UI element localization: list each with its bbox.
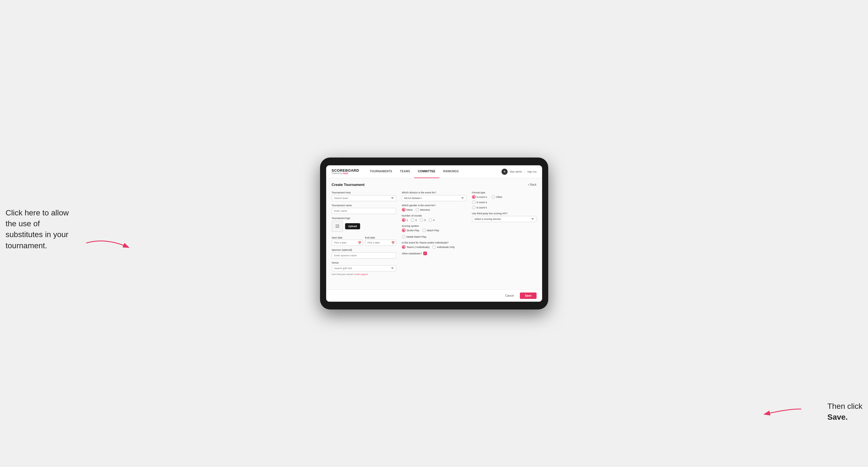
- event-type-label: Is this event for Teams and/or Individua…: [402, 241, 466, 244]
- format-6count5-label: 6 count 5: [477, 206, 487, 209]
- format-6count4[interactable]: 6 count 4: [472, 200, 536, 204]
- scoring-medal-radio[interactable]: [402, 235, 405, 239]
- format-other[interactable]: Other: [492, 195, 503, 199]
- end-date-group: End date 📅: [365, 235, 396, 246]
- calendar-icon: 📅: [358, 241, 361, 244]
- nav-links: TOURNAMENTS TEAMS COMMITTEE RANKINGS: [366, 165, 501, 178]
- logo-scoreboard-text: SCOREBOARD: [332, 169, 359, 172]
- nav-teams[interactable]: TEAMS: [396, 165, 414, 178]
- division-select[interactable]: NCAA Division I: [402, 195, 466, 201]
- nav-tournaments[interactable]: TOURNAMENTS: [366, 165, 396, 178]
- rounds-4-radio[interactable]: [429, 218, 432, 222]
- event-individuals-label: Individuals Only: [437, 246, 455, 249]
- nav-committee[interactable]: COMMITTEE: [414, 165, 439, 178]
- annotation-left: Click here to allow the use of substitut…: [6, 207, 78, 251]
- format-group: Format type 5 count 4 Other: [472, 191, 536, 209]
- user-name: blair admin: [510, 170, 522, 173]
- scoring-stroke-radio[interactable]: [402, 228, 405, 232]
- logo-placeholder-icon: 🖼: [332, 221, 343, 232]
- tournament-name-group: Tournament name: [332, 204, 396, 214]
- gender-radio-group: Mens Womens: [402, 208, 466, 212]
- calendar-icon-end: 📅: [391, 241, 395, 244]
- sponsor-label: Sponsor (optional): [332, 249, 396, 251]
- scoring-medal[interactable]: Medal Match Play: [402, 235, 427, 239]
- gender-womens[interactable]: Womens: [415, 208, 430, 212]
- substitutes-checkbox[interactable]: ✓: [423, 252, 427, 255]
- rounds-1[interactable]: 1: [402, 218, 408, 222]
- rounds-group: Number of rounds 1 2: [402, 214, 466, 222]
- event-teams-label: Teams (+Individuals): [407, 246, 430, 249]
- scoring-stroke[interactable]: Stroke Play: [402, 228, 420, 232]
- scoring-match-radio[interactable]: [422, 228, 426, 232]
- scoring-group: Scoring system Stroke Play Match Play: [402, 225, 466, 239]
- format-5count4[interactable]: 5 count 4: [472, 195, 487, 199]
- upload-button[interactable]: Upload: [345, 223, 361, 229]
- start-date-group: Start date 📅: [332, 235, 363, 246]
- format-6count4-radio[interactable]: [472, 200, 475, 204]
- rounds-3[interactable]: 3: [420, 218, 426, 222]
- gender-womens-radio[interactable]: [415, 208, 419, 212]
- arrow-left-icon: [84, 235, 133, 251]
- start-date-label: Start date: [332, 236, 343, 239]
- tournament-host-input[interactable]: [332, 195, 396, 201]
- rounds-3-label: 3: [425, 219, 426, 221]
- format-options: 5 count 4 Other 6 count 4: [472, 195, 536, 209]
- gender-mens[interactable]: Mens: [402, 208, 413, 212]
- api-select[interactable]: Select a scoring service: [472, 216, 536, 222]
- nav-user-area: B blair admin | Sign out: [501, 169, 536, 175]
- rounds-3-radio[interactable]: [420, 218, 423, 222]
- rounds-radio-group: 1 2 3 4: [402, 218, 466, 222]
- format-5count4-radio[interactable]: [472, 195, 475, 199]
- tablet-screen: SCOREBOARD Powered by clippd TOURNAMENTS…: [326, 165, 542, 302]
- scoring-label: Scoring system: [402, 225, 466, 227]
- rounds-1-radio[interactable]: [402, 218, 405, 222]
- event-type-group: Is this event for Teams and/or Individua…: [402, 241, 466, 249]
- rounds-2-radio[interactable]: [411, 218, 414, 222]
- venue-input[interactable]: [332, 265, 396, 271]
- page-content: Create Tournament < Back Tournament Host…: [326, 178, 542, 289]
- arrow-right-icon: [762, 406, 804, 417]
- venue-email-link[interactable]: email support: [354, 273, 368, 276]
- event-teams[interactable]: Teams (+Individuals): [402, 245, 430, 249]
- save-button[interactable]: Save: [520, 292, 536, 299]
- rounds-4[interactable]: 4: [429, 218, 435, 222]
- app-logo: SCOREBOARD Powered by clippd: [332, 169, 359, 175]
- gender-mens-radio[interactable]: [402, 208, 405, 212]
- nav-separator: |: [524, 170, 525, 173]
- tournament-name-label: Tournament name: [332, 204, 396, 207]
- venue-label: Venue: [332, 261, 396, 264]
- scoring-stroke-label: Stroke Play: [407, 229, 420, 232]
- event-individuals[interactable]: Individuals Only: [432, 245, 455, 249]
- nav-rankings[interactable]: RANKINGS: [439, 165, 463, 178]
- format-6count5-radio[interactable]: [472, 206, 475, 209]
- page-footer: Cancel Save: [326, 289, 542, 302]
- event-individuals-radio[interactable]: [432, 245, 436, 249]
- back-button[interactable]: < Back: [528, 183, 536, 186]
- gender-group: Which gender is the event for? Mens Wome…: [402, 204, 466, 212]
- scoring-match[interactable]: Match Play: [422, 228, 439, 232]
- event-teams-radio[interactable]: [402, 245, 405, 249]
- format-6count5[interactable]: 6 count 5: [472, 206, 536, 209]
- api-label: Use third-party live scoring API?: [472, 212, 536, 215]
- rounds-4-label: 4: [433, 219, 435, 221]
- substitutes-label: Allow substitutes?: [402, 252, 422, 255]
- end-date-label: End date: [365, 236, 375, 239]
- tournament-name-input[interactable]: [332, 208, 396, 214]
- form-col-1: Tournament Host Tournament name Tourname…: [332, 191, 396, 276]
- cancel-button[interactable]: Cancel: [502, 292, 517, 299]
- signout-link[interactable]: Sign out: [527, 170, 536, 173]
- rounds-label: Number of rounds: [402, 214, 466, 217]
- api-group: Use third-party live scoring API? Select…: [472, 212, 536, 222]
- event-type-radio-group: Teams (+Individuals) Individuals Only: [402, 245, 466, 249]
- venue-help-text: Can't find your venue? email support: [332, 273, 396, 276]
- sponsor-input[interactable]: [332, 252, 396, 258]
- form-col-3: Format type 5 count 4 Other: [472, 191, 536, 276]
- tablet-device: SCOREBOARD Powered by clippd TOURNAMENTS…: [320, 158, 548, 309]
- gender-womens-label: Womens: [420, 209, 430, 211]
- end-date-wrapper: 📅: [365, 240, 396, 246]
- start-date-wrapper: 📅: [332, 240, 363, 246]
- format-6count4-label: 6 count 4: [477, 201, 487, 204]
- avatar: B: [501, 169, 507, 175]
- rounds-2[interactable]: 2: [411, 218, 417, 222]
- format-other-radio[interactable]: [492, 195, 495, 199]
